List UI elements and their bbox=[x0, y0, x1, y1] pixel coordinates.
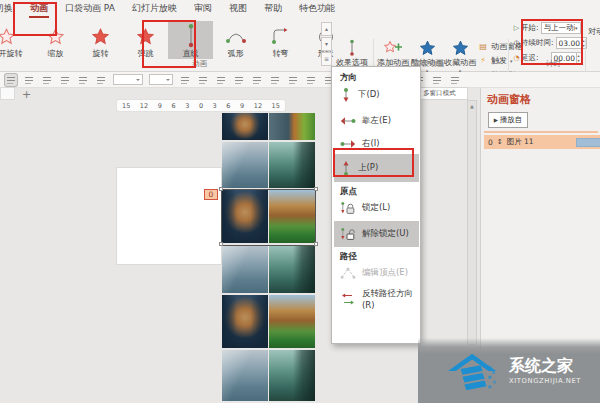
pane-list-icon: ▤ bbox=[478, 42, 488, 51]
arrow-down-path-icon bbox=[340, 87, 352, 103]
tab-animations[interactable]: 动画 bbox=[29, 0, 49, 18]
pane-divider bbox=[484, 131, 598, 133]
tab-review[interactable]: 审阅 bbox=[193, 0, 213, 18]
duration-input[interactable]: 03.00 bbox=[556, 37, 582, 49]
font-combo[interactable] bbox=[113, 74, 143, 85]
watermark-title: 系统之家 bbox=[509, 357, 581, 375]
photo-row[interactable] bbox=[222, 350, 315, 403]
toolbar-icon[interactable] bbox=[23, 74, 35, 86]
unlock-icon bbox=[340, 227, 356, 242]
chevron-down-icon: ▾ bbox=[575, 25, 578, 31]
toolbar-icon[interactable] bbox=[197, 74, 209, 86]
animation-list-item[interactable]: 0 ↕ 图片 11 bbox=[484, 135, 600, 149]
gallery-item-spin[interactable]: 开旋转 bbox=[0, 21, 33, 59]
font-size-combo[interactable] bbox=[149, 74, 173, 85]
star-outline-icon bbox=[0, 23, 33, 49]
selected-picture[interactable] bbox=[222, 190, 315, 245]
toolbar-icon[interactable] bbox=[41, 74, 53, 86]
play-icon: ▶ bbox=[494, 117, 498, 123]
tab-help[interactable]: 帮助 bbox=[263, 0, 283, 18]
photo-row[interactable] bbox=[222, 295, 315, 350]
arrow-right-path-icon bbox=[340, 139, 356, 149]
slide-surface[interactable] bbox=[117, 168, 221, 264]
effect-options-menu: 方向 下(D) 靠左(E) 右(I) 上(P) 原点 锁定(L) 解除锁定(U)… bbox=[331, 66, 421, 344]
gallery-item-turn[interactable]: 转弯 bbox=[258, 21, 303, 59]
menu-item-down[interactable]: 下(D) bbox=[334, 83, 419, 107]
gallery-item-line-selected[interactable]: 直线 bbox=[168, 21, 213, 59]
gallery-scroll-up-icon[interactable]: ▴ bbox=[321, 22, 332, 36]
canvas-vertical-scrollbar[interactable]: ▲ bbox=[467, 100, 477, 345]
gallery-item-arc[interactable]: 弧形 bbox=[213, 21, 258, 59]
lock-icon bbox=[340, 201, 356, 216]
menu-item-left[interactable]: 靠左(E) bbox=[334, 109, 419, 133]
toolbar-icon[interactable] bbox=[431, 74, 443, 86]
photo-collage-strip[interactable] bbox=[222, 113, 315, 403]
group-label-animation: 动画 bbox=[192, 59, 207, 69]
menu-item-up-selected[interactable]: 上(P) bbox=[334, 154, 419, 182]
toolbar-icon[interactable] bbox=[95, 74, 107, 86]
photo-row[interactable] bbox=[222, 142, 315, 190]
quick-format-toolbar bbox=[0, 72, 600, 88]
toolbar-icon[interactable] bbox=[77, 74, 89, 86]
toolbar-icon[interactable] bbox=[251, 74, 263, 86]
toolbar-icon[interactable] bbox=[59, 74, 71, 86]
menu-item-lock[interactable]: 锁定(L) bbox=[334, 197, 419, 219]
menu-item-edit-points[interactable]: 编辑顶点(E) bbox=[334, 262, 419, 284]
lightning-icon: ⚡ bbox=[478, 56, 488, 65]
photo-row[interactable] bbox=[222, 245, 315, 295]
watermark-house-logo bbox=[446, 347, 502, 395]
gallery-item-rotate[interactable]: 旋转 bbox=[78, 21, 123, 59]
toolbar-icon[interactable] bbox=[449, 74, 461, 86]
gallery-item-bounce[interactable]: 弹跳 bbox=[123, 21, 168, 59]
gallery-item-zoom[interactable]: 缩放 bbox=[33, 21, 78, 59]
blue-star-icon bbox=[452, 39, 469, 57]
photo-row[interactable] bbox=[222, 113, 315, 142]
clock-icon: ◷ bbox=[512, 39, 521, 47]
ribbon-tab-bar: 切换 动画 口袋动画 PA 幻灯片放映 审阅 视图 帮助 特色功能 bbox=[0, 0, 600, 18]
toolbar-icon[interactable] bbox=[305, 74, 317, 86]
delay-stepper[interactable]: ▴▾ bbox=[577, 52, 582, 64]
tab-pocket-animation[interactable]: 口袋动画 PA bbox=[64, 0, 116, 18]
gallery-scroll-down-icon[interactable]: ▾ bbox=[321, 37, 332, 51]
watermark-domain: XITONGZHIJIA.NET bbox=[509, 377, 581, 385]
powerpoint-window: 切换 动画 口袋动画 PA 幻灯片放映 审阅 视图 帮助 特色功能 开旋转 缩放 bbox=[0, 0, 600, 403]
horizontal-ruler: 151296303691215 bbox=[117, 100, 285, 111]
toolbar-icon[interactable] bbox=[215, 74, 227, 86]
toolbar-icon[interactable] bbox=[5, 74, 17, 86]
play-from-button[interactable]: ▶ 播放自 bbox=[488, 112, 528, 128]
delay-clock-icon: ◔ bbox=[512, 54, 521, 62]
toolbar-icon[interactable] bbox=[269, 74, 281, 86]
add-slide-button[interactable]: + bbox=[22, 88, 31, 101]
motion-path-turn-icon bbox=[258, 23, 303, 49]
menu-item-reverse-path[interactable]: 反转路径方向(R) bbox=[334, 286, 419, 312]
duration-row: ◷ 持续时间: 03.00 ▴▾ bbox=[512, 37, 587, 49]
tab-view[interactable]: 视图 bbox=[228, 0, 248, 18]
toolbar-icon[interactable] bbox=[287, 74, 299, 86]
start-select[interactable]: 与上一动画... ▾ bbox=[541, 22, 581, 34]
blue-star-icon bbox=[419, 39, 436, 57]
timeline-bar[interactable] bbox=[576, 138, 600, 147]
start-play-icon: ▷ bbox=[512, 24, 521, 32]
arrow-left-path-icon bbox=[340, 116, 356, 126]
gallery-more-icon[interactable]: ≡ bbox=[321, 52, 332, 66]
toolbar-icon[interactable] bbox=[233, 74, 245, 86]
toolbar-icon[interactable] bbox=[179, 74, 191, 86]
watermark: 系统之家 XITONGZHIJIA.NET bbox=[418, 338, 600, 403]
arrow-up-path-icon bbox=[340, 160, 352, 177]
tab-slideshow[interactable]: 幻灯片放映 bbox=[131, 0, 178, 18]
star-solid-icon bbox=[123, 23, 168, 49]
edit-points-icon bbox=[340, 266, 356, 280]
animation-order-badge: 0 bbox=[204, 189, 218, 200]
thumbnail-panel-tab[interactable] bbox=[0, 87, 15, 100]
menu-item-unlock-selected[interactable]: 解除锁定(U) bbox=[334, 221, 419, 247]
tab-special-features[interactable]: 特色功能 bbox=[298, 0, 336, 18]
tab-transitions[interactable]: 切换 bbox=[0, 0, 14, 18]
animation-gallery: 开旋转 缩放 旋转 弹跳 bbox=[0, 21, 348, 59]
start-row: ▷ 开始: 与上一动画... ▾ bbox=[512, 22, 581, 34]
menu-item-right[interactable]: 右(I) bbox=[334, 133, 419, 155]
favorite-animation-button[interactable]: 收藏动画 ▾ bbox=[444, 39, 476, 74]
scroll-up-icon[interactable]: ▲ bbox=[468, 101, 476, 111]
group-label-timing: 计时 bbox=[546, 59, 561, 69]
add-animation-icon bbox=[384, 39, 403, 57]
star-outline-icon bbox=[33, 23, 78, 49]
